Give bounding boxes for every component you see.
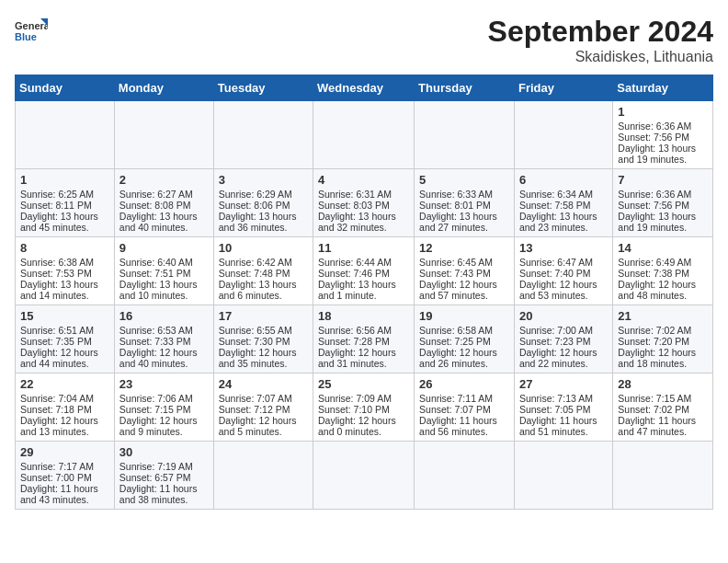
logo: General Blue <box>15 15 48 48</box>
day-header-tuesday: Tuesday <box>213 75 313 101</box>
daylight-minutes: and 35 minutes. <box>219 358 308 369</box>
calendar-cell <box>114 101 213 169</box>
logo-icon: General Blue <box>15 15 48 48</box>
calendar-cell: 5Sunrise: 6:33 AMSunset: 8:01 PMDaylight… <box>415 169 515 237</box>
daylight-hours: Daylight: 12 hours <box>20 415 109 426</box>
daylight-hours: Daylight: 12 hours <box>219 347 308 358</box>
daylight-hours: Daylight: 13 hours <box>618 211 708 222</box>
day-number: 30 <box>119 445 209 459</box>
daylight-hours: Daylight: 11 hours <box>519 415 608 426</box>
calendar-table: SundayMondayTuesdayWednesdayThursdayFrid… <box>15 75 713 510</box>
title-block: September 2024 Skaidiskes, Lithuania <box>488 15 713 65</box>
sunrise-text: Sunrise: 7:00 AM <box>519 325 608 336</box>
sunset-text: Sunset: 7:48 PM <box>219 268 308 279</box>
calendar-cell: 30Sunrise: 7:19 AMSunset: 6:57 PMDayligh… <box>114 442 213 510</box>
daylight-hours: Daylight: 12 hours <box>318 415 409 426</box>
sunset-text: Sunset: 7:02 PM <box>618 404 708 415</box>
sunrise-text: Sunrise: 7:11 AM <box>419 393 509 404</box>
sunrise-text: Sunrise: 6:38 AM <box>20 257 109 268</box>
day-number: 28 <box>618 377 708 391</box>
sunset-text: Sunset: 7:23 PM <box>519 336 608 347</box>
day-number: 16 <box>119 309 209 323</box>
calendar-cell: 13Sunrise: 6:47 AMSunset: 7:40 PMDayligh… <box>514 237 612 305</box>
calendar-cell: 17Sunrise: 6:55 AMSunset: 7:30 PMDayligh… <box>213 305 313 373</box>
calendar-cell: 8Sunrise: 6:38 AMSunset: 7:53 PMDaylight… <box>16 237 115 305</box>
calendar-cell: 24Sunrise: 7:07 AMSunset: 7:12 PMDayligh… <box>213 373 313 442</box>
daylight-minutes: and 19 minutes. <box>618 222 708 233</box>
daylight-hours: Daylight: 12 hours <box>519 279 608 290</box>
sunrise-text: Sunrise: 7:15 AM <box>618 393 708 404</box>
calendar-cell: 21Sunrise: 7:02 AMSunset: 7:20 PMDayligh… <box>613 305 713 373</box>
day-number: 23 <box>119 377 209 391</box>
calendar-cell <box>514 442 612 510</box>
calendar-week-row: 1Sunrise: 6:25 AMSunset: 8:11 PMDaylight… <box>16 169 713 237</box>
calendar-cell: 27Sunrise: 7:13 AMSunset: 7:05 PMDayligh… <box>514 373 612 442</box>
day-number: 8 <box>20 241 109 255</box>
sunrise-text: Sunrise: 6:27 AM <box>119 189 209 200</box>
day-number: 19 <box>419 309 509 323</box>
day-number: 13 <box>519 241 608 255</box>
calendar-cell: 4Sunrise: 6:31 AMSunset: 8:03 PMDaylight… <box>313 169 415 237</box>
sunset-text: Sunset: 7:12 PM <box>219 404 308 415</box>
daylight-hours: Daylight: 12 hours <box>318 347 409 358</box>
calendar-cell: 2Sunrise: 6:27 AMSunset: 8:08 PMDaylight… <box>114 169 213 237</box>
daylight-minutes: and 36 minutes. <box>219 222 308 233</box>
sunset-text: Sunset: 8:11 PM <box>20 200 109 211</box>
daylight-hours: Daylight: 12 hours <box>119 415 209 426</box>
days-header-row: SundayMondayTuesdayWednesdayThursdayFrid… <box>16 75 713 101</box>
sunset-text: Sunset: 7:35 PM <box>20 336 109 347</box>
daylight-minutes: and 9 minutes. <box>119 426 209 437</box>
daylight-hours: Daylight: 11 hours <box>20 483 109 494</box>
daylight-minutes: and 43 minutes. <box>20 494 109 505</box>
day-number: 6 <box>519 173 608 187</box>
calendar-cell <box>313 442 415 510</box>
daylight-hours: Daylight: 11 hours <box>618 415 708 426</box>
sunrise-text: Sunrise: 7:06 AM <box>119 393 209 404</box>
sunset-text: Sunset: 7:07 PM <box>419 404 509 415</box>
sunrise-text: Sunrise: 6:40 AM <box>119 257 209 268</box>
sunset-text: Sunset: 7:33 PM <box>119 336 209 347</box>
sunset-text: Sunset: 7:46 PM <box>318 268 409 279</box>
calendar-cell <box>415 442 515 510</box>
sunrise-text: Sunrise: 7:04 AM <box>20 393 109 404</box>
day-number: 12 <box>419 241 509 255</box>
sunrise-text: Sunrise: 7:09 AM <box>318 393 409 404</box>
calendar-cell: 16Sunrise: 6:53 AMSunset: 7:33 PMDayligh… <box>114 305 213 373</box>
calendar-cell: 15Sunrise: 6:51 AMSunset: 7:35 PMDayligh… <box>16 305 115 373</box>
sunset-text: Sunset: 8:06 PM <box>219 200 308 211</box>
sunrise-text: Sunrise: 7:07 AM <box>219 393 308 404</box>
daylight-minutes: and 56 minutes. <box>419 426 509 437</box>
day-header-saturday: Saturday <box>613 75 713 101</box>
month-title: September 2024 <box>488 15 713 49</box>
daylight-hours: Daylight: 13 hours <box>618 143 708 154</box>
daylight-minutes: and 13 minutes. <box>20 426 109 437</box>
sunset-text: Sunset: 7:15 PM <box>119 404 209 415</box>
calendar-cell: 12Sunrise: 6:45 AMSunset: 7:43 PMDayligh… <box>415 237 515 305</box>
day-number: 17 <box>219 309 308 323</box>
calendar-cell: 1Sunrise: 6:25 AMSunset: 8:11 PMDaylight… <box>16 169 115 237</box>
calendar-cell <box>313 101 415 169</box>
daylight-minutes: and 26 minutes. <box>419 358 509 369</box>
sunset-text: Sunset: 8:01 PM <box>419 200 509 211</box>
daylight-minutes: and 48 minutes. <box>618 290 708 301</box>
sunset-text: Sunset: 7:38 PM <box>618 268 708 279</box>
daylight-hours: Daylight: 13 hours <box>119 279 209 290</box>
daylight-hours: Daylight: 13 hours <box>219 211 308 222</box>
daylight-hours: Daylight: 12 hours <box>419 347 509 358</box>
daylight-minutes: and 51 minutes. <box>519 426 608 437</box>
calendar-cell: 18Sunrise: 6:56 AMSunset: 7:28 PMDayligh… <box>313 305 415 373</box>
day-number: 29 <box>20 445 109 459</box>
sunrise-text: Sunrise: 6:55 AM <box>219 325 308 336</box>
sunset-text: Sunset: 7:40 PM <box>519 268 608 279</box>
sunset-text: Sunset: 7:51 PM <box>119 268 209 279</box>
calendar-cell: 26Sunrise: 7:11 AMSunset: 7:07 PMDayligh… <box>415 373 515 442</box>
daylight-minutes: and 47 minutes. <box>618 426 708 437</box>
day-header-thursday: Thursday <box>415 75 515 101</box>
calendar-cell: 25Sunrise: 7:09 AMSunset: 7:10 PMDayligh… <box>313 373 415 442</box>
calendar-cell <box>213 101 313 169</box>
sunrise-text: Sunrise: 6:25 AM <box>20 189 109 200</box>
calendar-week-row: 22Sunrise: 7:04 AMSunset: 7:18 PMDayligh… <box>16 373 713 442</box>
sunrise-text: Sunrise: 6:58 AM <box>419 325 509 336</box>
sunset-text: Sunset: 7:20 PM <box>618 336 708 347</box>
day-header-sunday: Sunday <box>16 75 115 101</box>
